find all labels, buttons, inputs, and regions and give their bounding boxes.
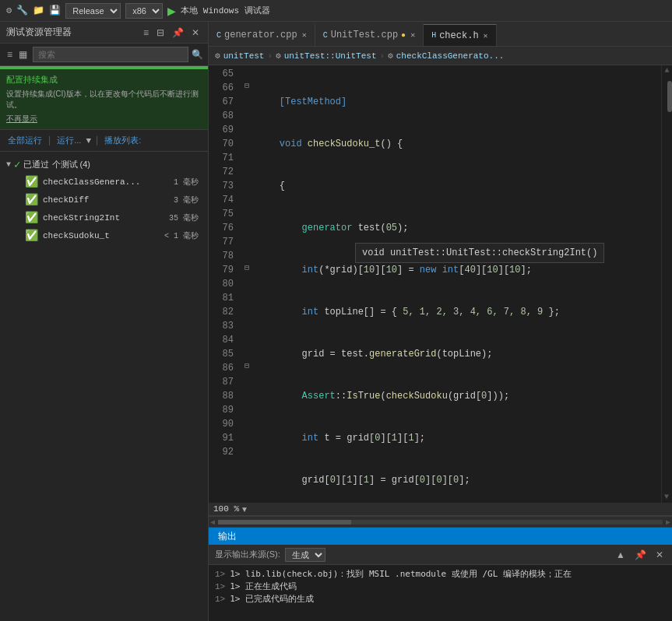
breadcrumb-2[interactable]: checkClassGenerato... [396,51,505,61]
tab-check-h[interactable]: H check.h ✕ [424,24,496,46]
fold-gutter: ⊟ ⊟ [240,65,254,503]
breadcrumb-0[interactable]: unitTest [223,51,265,61]
run-button[interactable]: ▶ [167,5,176,17]
toolbar-icon2: 🔧 [16,5,28,16]
output-prefix-0: 1> [215,568,225,581]
tab-modified-1: ● [401,31,406,40]
output-title: 输出 [218,530,237,543]
breadcrumb-icon2: ⚙ [276,51,281,61]
run-some-btn[interactable]: 运行... [55,133,83,148]
tab-close-1[interactable]: ✕ [410,30,415,40]
tooltip-popup: void unitTest::UnitTest::checkString2Int… [355,243,604,263]
group-label: 已通过 个测试 (4) [23,159,90,170]
panel-pin-icon[interactable]: 📌 [170,26,186,39]
zoom-label: 100 % [213,504,239,514]
playlist-btn[interactable]: 播放列表: [103,133,142,148]
panel-sort-icon[interactable]: ≡ [141,26,151,39]
run-dropdown-icon[interactable]: ▼ [86,136,91,146]
output-prefix-2: 1> [215,593,225,605]
config-dropdown[interactable]: Release [65,3,121,19]
ci-text: 设置持续集成(CI)版本，以在更改每个代码后不断进行测试。 [6,89,202,111]
code-content[interactable]: [TestMethod] void checkSudoku_t() { { ge… [254,65,661,503]
test-pass-icon-1: ✅ [25,193,38,206]
group-pass-icon: ✓ [14,158,20,171]
search-input[interactable] [33,47,188,62]
tab-unittest-cpp[interactable]: C UnitTest.cpp ● ✕ [315,24,424,46]
test-group: ▼ ✓ 已通过 个测试 (4) ✅ checkClassGenera... 1 … [0,155,208,246]
test-pass-icon-3: ✅ [25,229,38,242]
toolbar-icon1: ⚙ [6,5,12,16]
test-actions: 全部运行 | 运行... ▼ | 播放列表: [0,130,208,152]
test-item-3[interactable]: ✅ checkSudoku_t < 1 毫秒 [6,226,202,244]
output-prefix-1: 1> [215,581,225,593]
search-bar-icons: ≡ ▦ [5,48,30,61]
code-line-66: void checkSudoku_t() { [254,137,661,151]
code-line-70: int topLine[] = { 5, 1, 2, 3, 4, 6, 7, 8… [254,305,661,319]
code-line-73: int t = grid[0][1][1]; [254,431,661,445]
breadcrumb-sep-1: › [380,51,385,61]
tab-label-0: generator.cpp [224,30,297,40]
run-all-btn[interactable]: 全部运行 [6,133,44,148]
output-up-btn[interactable]: ▲ [614,549,628,561]
fold-btn-86[interactable]: ⊟ [240,360,254,374]
test-time-1: 3 毫秒 [174,195,199,205]
search-button[interactable]: 🔍 [192,49,203,60]
panel-icons: ≡ ⊟ 📌 ✕ [141,26,202,39]
toolbar-icon3: 📁 [33,5,44,16]
output-close-btn[interactable]: ✕ [653,549,666,561]
scroll-left-arrow[interactable]: ◀ [210,518,215,527]
breadcrumb-sep-0: › [267,51,273,61]
output-line-2: 1> 1> 已完成代码的生成 [215,593,666,605]
tab-close-0[interactable]: ✕ [302,30,307,40]
output-pin-btn[interactable]: 📌 [632,549,649,561]
code-line-65: [TestMethod] [254,95,661,109]
test-item-0[interactable]: ✅ checkClassGenera... 1 毫秒 [6,173,202,191]
fold-btn-79[interactable]: ⊟ [240,261,254,275]
breadcrumb-1[interactable]: unitTest::UnitTest [284,51,377,61]
tab-bar: C generator.cpp ✕ C UnitTest.cpp ● ✕ H c… [209,22,672,47]
scrollbar-thumb[interactable] [667,81,672,112]
panel-close-icon[interactable]: ✕ [189,26,202,39]
toolbar-icon4: 💾 [49,5,61,16]
output-line-0: 1> 1> lib.lib(check.obj)：找到 MSIL .netmod… [215,568,666,581]
test-filter-btn[interactable]: ▦ [16,48,30,61]
code-line-69: int(*grid)[10][10] = new int[40][10][10]… [254,263,661,277]
bottom-scroll-track[interactable] [218,520,663,525]
ci-dismiss-btn[interactable]: 不再显示 [6,114,202,125]
bottom-scroll-thumb [218,520,351,525]
test-item-2[interactable]: ✅ checkString2Int 35 毫秒 [6,209,202,226]
test-name-0: checkClassGenera... [43,177,169,187]
scrollbar-right: ▲ ▼ [661,65,672,503]
scroll-down-arrow[interactable]: ▼ [661,492,672,503]
fold-btn-66[interactable]: ⊟ [240,79,254,93]
action-sep2: | [94,135,100,146]
code-line-72: Assert::IsTrue(checkSudoku(grid[0])); [254,389,661,403]
code-line-74: grid[0][1][1] = grid[0][0][0]; [254,473,661,487]
test-group-header[interactable]: ▼ ✓ 已通过 个测试 (4) [6,156,202,173]
output-text-1: 1> 正在生成代码 [230,581,297,593]
output-source-label: 显示输出来源(S): [215,549,280,560]
output-toolbar: 显示输出来源(S): 生成 ▲ 📌 ✕ [209,545,672,565]
tab-close-2[interactable]: ✕ [484,31,488,40]
top-toolbar: ⚙ 🔧 📁 💾 Release x86 ▶ 本地 Windows 调试器 [0,0,672,22]
output-text-0: 1> lib.lib(check.obj)：找到 MSIL .netmodule… [230,568,572,581]
scroll-right-arrow[interactable]: ▶ [666,518,670,527]
test-time-3: < 1 毫秒 [164,230,199,241]
arch-dropdown[interactable]: x86 [125,3,163,19]
breadcrumb-icon3: ⚙ [388,51,393,61]
test-item-1[interactable]: ✅ checkDiff 3 毫秒 [6,191,202,209]
breadcrumb-icon: ⚙ [215,51,220,61]
panel-filter-icon[interactable]: ⊟ [154,26,167,39]
tab-icon-1: C [323,31,328,40]
output-panel: 输出 显示输出来源(S): 生成 ▲ 📌 ✕ 1> 1> lib.lib(che… [209,527,672,621]
output-source-select[interactable]: 生成 [285,548,325,562]
test-time-0: 1 毫秒 [174,177,199,188]
code-editor-area: 65 66 67 68 69 70 71 72 73 74 75 76 77 7… [209,65,672,527]
test-sort-btn[interactable]: ≡ [5,48,15,61]
panel-title: 测试资源管理器 [6,26,72,39]
tab-generator-cpp[interactable]: C generator.cpp ✕ [209,24,315,46]
zoom-dropdown-btn[interactable]: ▼ [241,505,248,514]
group-expand-icon: ▼ [6,160,11,169]
scroll-up-arrow[interactable]: ▲ [662,65,672,76]
ci-title: 配置持续集成 [6,74,202,86]
